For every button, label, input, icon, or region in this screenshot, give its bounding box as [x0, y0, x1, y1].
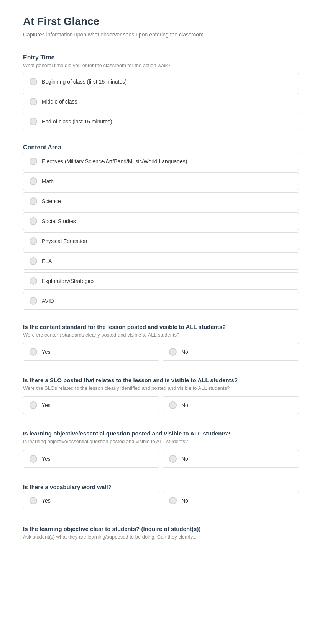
radio-circle [30, 118, 37, 125]
content-area-exploratory[interactable]: Exploratory/Strategies [23, 272, 299, 290]
content-area-math[interactable]: Math [23, 172, 299, 190]
radio-circle [30, 217, 37, 225]
slo-no[interactable]: No [163, 396, 299, 414]
radio-circle [30, 348, 37, 356]
slo-options: Yes No [23, 396, 299, 416]
content-avid-label: AVID [42, 298, 54, 304]
radio-circle [30, 401, 37, 409]
content-area-label: Content Area [23, 144, 299, 151]
learning-objective-yes-label: Yes [42, 456, 51, 462]
content-area-electives[interactable]: Electives (Military Science/Art/Band/Mus… [23, 153, 299, 170]
content-standard-section: Is the content standard for the lesson p… [23, 324, 299, 363]
slo-title: Is there a SLO posted that relates to th… [23, 377, 299, 383]
radio-circle [30, 455, 37, 463]
radio-circle [30, 297, 37, 305]
entry-time-option-beginning[interactable]: Beginning of class (first 15 minutes) [23, 73, 299, 90]
learning-objective-yes[interactable]: Yes [23, 450, 159, 468]
content-area-science[interactable]: Science [23, 192, 299, 210]
vocab-wall-yes[interactable]: Yes [23, 492, 159, 509]
radio-circle [30, 497, 37, 504]
vocab-wall-section: Is there a vocabulary word wall? Yes No [23, 484, 299, 512]
page-subtitle: Captures information upon what observer … [23, 31, 299, 39]
entry-time-subtitle: What general time did you enter the clas… [23, 62, 299, 68]
radio-circle [169, 455, 177, 463]
radio-circle [30, 158, 37, 165]
content-area-section: Content Area Electives (Military Science… [23, 144, 299, 310]
slo-no-label: No [181, 402, 188, 408]
content-math-label: Math [42, 178, 54, 184]
slo-yes-label: Yes [42, 402, 51, 408]
content-electives-label: Electives (Military Science/Art/Band/Mus… [42, 158, 187, 164]
learning-objective-no[interactable]: No [163, 450, 299, 468]
content-standard-subtitle: Were the content standards clearly poste… [23, 332, 299, 338]
content-standard-yes-label: Yes [42, 349, 51, 355]
content-standard-no-label: No [181, 349, 188, 355]
learning-objective-subtitle: Is learning objective/essential question… [23, 438, 299, 445]
radio-circle [30, 197, 37, 205]
radio-circle [30, 257, 37, 265]
content-science-label: Science [42, 198, 61, 204]
vocab-wall-options: Yes No [23, 492, 299, 512]
vocab-wall-yes-label: Yes [42, 498, 51, 504]
content-social-studies-label: Social Studies [42, 218, 76, 224]
content-area-physical-education[interactable]: Physical Education [23, 232, 299, 250]
entry-time-beginning-label: Beginning of class (first 15 minutes) [42, 79, 127, 85]
radio-circle [30, 78, 37, 85]
radio-circle [169, 497, 177, 504]
slo-subtitle: Were the SLOs related to the lesson clea… [23, 385, 299, 392]
radio-circle [30, 177, 37, 185]
content-ela-label: ELA [42, 258, 52, 264]
vocab-wall-no-label: No [181, 498, 188, 504]
radio-circle [30, 277, 37, 285]
entry-time-option-end[interactable]: End of class (last 15 minutes) [23, 113, 299, 130]
vocab-wall-title: Is there a vocabulary word wall? [23, 484, 299, 490]
content-standard-no[interactable]: No [163, 343, 299, 361]
content-area-ela[interactable]: ELA [23, 252, 299, 270]
radio-circle [169, 401, 177, 409]
content-standard-yes[interactable]: Yes [23, 343, 159, 361]
slo-yes[interactable]: Yes [23, 396, 159, 414]
last-question-subtitle: Ask student(s) what they are learning/su… [23, 534, 299, 540]
vocab-wall-no[interactable]: No [163, 492, 299, 509]
radio-circle [30, 98, 37, 105]
content-area-social-studies[interactable]: Social Studies [23, 212, 299, 230]
content-pe-label: Physical Education [42, 238, 87, 244]
radio-circle [30, 237, 37, 245]
entry-time-option-middle[interactable]: Middle of class [23, 93, 299, 110]
content-standard-title: Is the content standard for the lesson p… [23, 324, 299, 330]
entry-time-middle-label: Middle of class [42, 99, 77, 105]
learning-objective-section: Is learning objective/essential question… [23, 430, 299, 470]
page-header: At First Glance Captures information upo… [23, 15, 299, 39]
last-question-section: Is the learning objective clear to stude… [23, 526, 299, 540]
content-standard-options: Yes No [23, 343, 299, 363]
learning-objective-options: Yes No [23, 450, 299, 470]
learning-objective-title: Is learning objective/essential question… [23, 430, 299, 437]
radio-circle [169, 348, 177, 356]
last-question-title: Is the learning objective clear to stude… [23, 526, 299, 532]
page-title: At First Glance [23, 15, 299, 28]
content-area-avid[interactable]: AVID [23, 292, 299, 310]
entry-time-end-label: End of class (last 15 minutes) [42, 118, 112, 125]
slo-section: Is there a SLO posted that relates to th… [23, 377, 299, 416]
entry-time-section: Entry Time What general time did you ent… [23, 54, 299, 130]
entry-time-label: Entry Time [23, 54, 299, 61]
content-exploratory-label: Exploratory/Strategies [42, 278, 95, 284]
learning-objective-no-label: No [181, 456, 188, 462]
